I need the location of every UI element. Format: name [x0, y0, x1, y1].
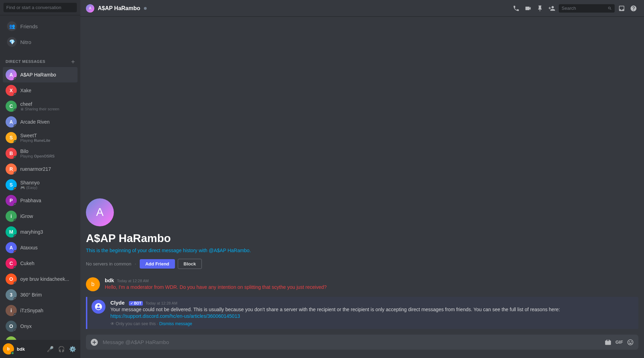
dm-item-cukeh[interactable]: C Cukeh: [3, 256, 78, 271]
dm-item-bilo[interactable]: B Bilo Playing OpenOSRS: [3, 146, 78, 161]
msg-dismiss-clyde: 👁 Only you can see this · Dismiss messag…: [110, 321, 634, 326]
dm-name-ata: Ataxxus: [20, 245, 75, 250]
bot-badge-clyde: ✓ BOT: [127, 301, 143, 306]
inbox-button[interactable]: [617, 3, 627, 13]
dm-item-igrow[interactable]: i iGrow: [3, 209, 78, 224]
dm-name-arcade: Arcade Riven: [20, 119, 75, 125]
avatar-asap: A: [6, 69, 17, 80]
chat-header: A A$AP HaRambo: [80, 0, 644, 17]
help-button[interactable]: [629, 3, 638, 13]
sidebar-item-nitro[interactable]: 💎 Nitro: [3, 34, 78, 50]
dm-name-onyx: Onyx: [20, 323, 75, 329]
dm-item-prab[interactable]: P Prabhava: [3, 193, 78, 208]
chat-input-bar: GIF: [80, 335, 644, 358]
status-dot-igrow: [14, 219, 17, 222]
header-search-input[interactable]: [562, 6, 606, 11]
add-friend-header-button[interactable]: [547, 3, 557, 13]
search-input[interactable]: [3, 3, 77, 12]
chat-intro: A A$AP HaRambo This is the beginning of …: [86, 198, 638, 269]
dm-item-rue[interactable]: R ruenarmor217: [3, 161, 78, 177]
settings-button[interactable]: ⚙️: [68, 344, 78, 354]
dm-item-oye[interactable]: O oye bruv kindacheek...: [3, 271, 78, 287]
dm-info-asap: A$AP HaRambo: [20, 72, 75, 78]
status-dot-rue: [14, 171, 17, 175]
msg-link-clyde[interactable]: https://support.discord.com/hc/en-us/art…: [110, 313, 240, 319]
msg-avatar-bdk: b: [86, 277, 100, 291]
emoji-button[interactable]: [625, 337, 636, 348]
avatar-360: 3: [6, 289, 17, 300]
search-icon: [608, 6, 612, 11]
status-dot-xake: [14, 93, 17, 96]
dm-name-oye: oye bruv kindacheek...: [20, 276, 75, 282]
user-bar: b bdk 🎤 🎧 ⚙️: [0, 340, 80, 358]
friends-icon: 👥: [7, 21, 17, 31]
message-group-bdk: b bdk Today at 12:28 AM Hello, I'm a mod…: [86, 277, 638, 291]
user-status-dot: [11, 351, 14, 355]
chat-header-left: A A$AP HaRambo: [86, 4, 147, 13]
status-dot-onyx: [14, 329, 17, 332]
dm-info-prab: Prabhava: [20, 198, 75, 203]
status-dot-arcade: [14, 124, 17, 127]
sidebar-item-friends[interactable]: 👥 Friends: [3, 19, 78, 34]
pin-button[interactable]: [535, 3, 545, 13]
message-input[interactable]: [103, 335, 600, 350]
gif-button[interactable]: GIF: [614, 337, 624, 348]
header-search: [559, 4, 615, 13]
dm-list: A A$AP HaRambo X Xake C cheef: [0, 66, 80, 340]
dm-item-onyx[interactable]: O Onyx: [3, 319, 78, 334]
status-dot-bilo: [14, 156, 17, 159]
dm-info-onyx: Onyx: [20, 323, 75, 329]
status-dot-mary: [14, 234, 17, 238]
dm-item-shanny[interactable]: S Shannyo 🎮 (Easy): [3, 177, 78, 192]
status-dot-oye: [14, 282, 17, 285]
deafen-button[interactable]: 🎧: [57, 344, 66, 354]
dm-status-shanny: 🎮 (Easy): [20, 185, 75, 190]
dm-item-xake[interactable]: X Xake: [3, 83, 78, 98]
dm-name-asap: A$AP HaRambo: [20, 72, 75, 78]
dm-info-cukeh: Cukeh: [20, 261, 75, 266]
dm-status-cheef: 🖥 Sharing their screen: [20, 107, 75, 111]
add-friend-button[interactable]: Add Friend: [140, 259, 175, 269]
header-avatar: A: [86, 4, 94, 13]
header-status-indicator: [144, 7, 147, 10]
dm-item-arcade[interactable]: A Arcade Riven: [3, 114, 78, 130]
chat-intro-actions: No servers in common · Add Friend Block: [86, 259, 638, 269]
dm-name-xake: Xake: [20, 88, 75, 93]
dm-item-cheef[interactable]: C cheef 🖥 Sharing their screen: [3, 98, 78, 114]
dm-item-asap[interactable]: A A$AP HaRambo: [3, 67, 78, 82]
eye-icon: 👁: [110, 321, 115, 326]
call-button[interactable]: [511, 3, 521, 13]
msg-time-clyde: Today at 12:28 AM: [146, 301, 177, 305]
dm-item-itz[interactable]: i iTzSnypah: [3, 303, 78, 318]
chat-messages: A A$AP HaRambo This is the beginning of …: [80, 17, 644, 335]
dm-name-360: 360° Brim: [20, 292, 75, 298]
status-dot-asap: [14, 77, 17, 80]
dm-section-label: DIRECT MESSAGES: [6, 59, 45, 64]
chat-input-wrapper: GIF: [86, 335, 638, 350]
status-dot-cheef: [14, 109, 17, 112]
status-dot-sweet: [14, 140, 17, 143]
msg-header-bdk: bdk Today at 12:28 AM: [105, 277, 638, 283]
dm-item-mary[interactable]: M maryhing3: [3, 224, 78, 240]
dm-item-pao[interactable]: P PAO: [3, 334, 78, 340]
dm-name-cukeh: Cukeh: [20, 261, 75, 266]
block-button[interactable]: Block: [178, 259, 202, 269]
input-add-button[interactable]: [89, 337, 100, 348]
dm-item-sweet[interactable]: S SweetT Playing RuneLite: [3, 130, 78, 145]
dismiss-link[interactable]: Dismiss message: [159, 321, 192, 326]
input-right-buttons: GIF: [603, 337, 636, 348]
chat-header-name: A$AP HaRambo: [98, 5, 140, 12]
dm-add-button[interactable]: ＋: [70, 58, 76, 65]
msg-text-bdk: Hello, I'm a moderator from WDR. Do you …: [105, 284, 638, 291]
dm-name-sweet: SweetT: [20, 133, 75, 138]
gift-button[interactable]: [603, 337, 613, 348]
status-dot-360: [14, 297, 17, 300]
dm-item-ata[interactable]: A Ataxxus: [3, 240, 78, 255]
mute-button[interactable]: 🎤: [45, 344, 55, 354]
msg-text-clyde: Your message could not be delivered. Thi…: [110, 306, 634, 320]
dm-item-360[interactable]: 3 360° Brim: [3, 287, 78, 302]
avatar-onyx: O: [6, 321, 17, 332]
dm-status-sweet: Playing RuneLite: [20, 138, 75, 143]
video-call-button[interactable]: [523, 3, 533, 13]
dm-name-pao: PAO: [20, 339, 75, 340]
